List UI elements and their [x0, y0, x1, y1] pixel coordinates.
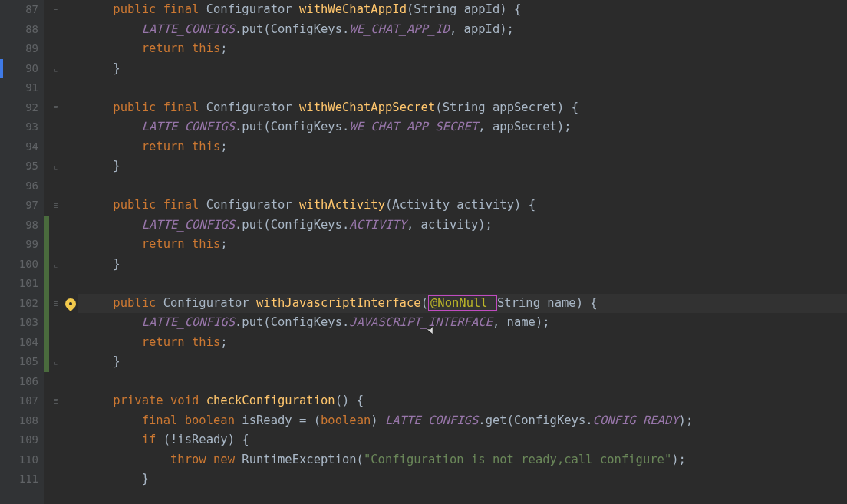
line-number: 99	[9, 235, 38, 255]
code-line[interactable]: if (!isReady) {	[78, 430, 847, 450]
intention-icon-column	[64, 0, 78, 504]
line-number: 110	[9, 450, 38, 470]
code-line[interactable]	[78, 372, 847, 392]
code-token: );	[671, 453, 686, 466]
fold-toggle-icon[interactable]: ⊟	[51, 0, 61, 20]
code-line[interactable]: public Configurator withJavascriptInterf…	[78, 294, 847, 314]
code-token: ) {	[514, 198, 536, 212]
code-token: name	[547, 296, 575, 310]
code-line[interactable]: }	[78, 255, 847, 275]
code-token: ) {	[557, 100, 578, 114]
line-number: 89	[9, 39, 38, 59]
code-token: RuntimeException(	[242, 453, 364, 466]
code-line[interactable]	[78, 176, 847, 196]
code-line[interactable]: return this;	[78, 333, 847, 353]
code-token: LATTE_CONFIGS	[142, 315, 235, 329]
line-number: 105	[9, 352, 38, 372]
line-number: 97	[9, 196, 38, 216]
code-token: String	[497, 296, 547, 310]
code-area[interactable]: public final Configurator withWeChatAppI…	[78, 0, 847, 504]
code-line[interactable]: return this;	[78, 137, 847, 157]
code-token: LATTE_CONFIGS	[142, 218, 235, 232]
code-token: appId	[464, 2, 500, 16]
code-token: appSecret	[493, 100, 557, 114]
fold-column: ⊟⌞⊟⌞⊟⌞⊟⌞⊟	[49, 0, 64, 504]
code-token: LATTE_CONFIGS	[142, 120, 235, 133]
code-token: String	[414, 2, 463, 16]
code-line[interactable]: return this;	[78, 39, 847, 59]
code-line[interactable]	[78, 78, 847, 98]
code-token: JAVASCRIPT_INTERFACE	[349, 315, 493, 329]
code-line[interactable]: }	[78, 156, 847, 176]
code-token: ) {	[499, 2, 521, 16]
code-token: ;	[220, 140, 227, 153]
line-number: 92	[9, 98, 38, 118]
code-token: .get(ConfigKeys.	[478, 413, 592, 427]
code-token: CONFIG_READY	[593, 413, 679, 427]
line-number: 88	[9, 20, 38, 40]
code-token: (	[421, 296, 428, 310]
line-number: 111	[9, 469, 38, 489]
code-token: if	[142, 433, 163, 446]
code-token: .put(ConfigKeys.	[235, 218, 349, 232]
code-line[interactable]: }	[78, 352, 847, 372]
code-line[interactable]: throw new RuntimeException("Configuratio…	[78, 450, 847, 470]
code-token: public	[113, 100, 163, 114]
code-token: , name);	[493, 315, 550, 329]
code-line[interactable]: }	[78, 469, 847, 489]
code-token: public	[113, 2, 163, 16]
code-line[interactable]: final boolean isReady = (boolean) LATTE_…	[78, 411, 847, 431]
code-token: boolean	[321, 413, 371, 427]
code-line[interactable]: private void checkConfiguration() {	[78, 391, 847, 411]
code-token: private	[113, 394, 170, 407]
code-token: Configurator	[206, 2, 299, 16]
line-number: 93	[9, 117, 38, 137]
code-line[interactable]: }	[78, 59, 847, 79]
line-number: 106	[9, 372, 38, 392]
line-number: 103	[9, 313, 38, 333]
code-editor[interactable]: 8788899091929394959697989910010110210310…	[0, 0, 847, 504]
fold-end-icon: ⌞	[51, 156, 61, 176]
code-line[interactable]: public final Configurator withWeChatAppI…	[78, 0, 847, 20]
code-token: withActivity	[299, 198, 385, 212]
code-line[interactable]: LATTE_CONFIGS.put(ConfigKeys.JAVASCRIPT_…	[78, 313, 847, 333]
code-line[interactable]: return this;	[78, 235, 847, 255]
code-line[interactable]: public final Configurator withActivity(A…	[78, 196, 847, 216]
code-token: Configurator	[206, 100, 299, 114]
fold-toggle-icon[interactable]: ⊟	[51, 391, 61, 411]
code-line[interactable]: LATTE_CONFIGS.put(ConfigKeys.ACTIVITY, a…	[78, 216, 847, 236]
code-token: , appSecret);	[478, 120, 571, 133]
code-token: ) {	[576, 296, 598, 310]
fold-toggle-icon[interactable]: ⊟	[51, 294, 61, 314]
code-line[interactable]: LATTE_CONFIGS.put(ConfigKeys.WE_CHAT_APP…	[78, 20, 847, 40]
code-token: }	[113, 159, 120, 173]
code-token: public	[113, 296, 163, 310]
code-token: void	[170, 394, 206, 407]
fold-toggle-icon[interactable]: ⊟	[51, 98, 61, 118]
code-token: );	[679, 413, 694, 427]
code-line[interactable]	[78, 274, 847, 294]
fold-end-icon: ⌞	[51, 59, 61, 79]
fold-toggle-icon[interactable]: ⊟	[51, 196, 61, 216]
code-token: ACTIVITY	[349, 218, 407, 232]
code-token: boolean	[185, 413, 242, 427]
code-token: final	[142, 413, 185, 427]
code-token: WE_CHAT_APP_ID	[349, 22, 450, 36]
code-token: }	[113, 61, 120, 75]
code-token: ;	[220, 237, 227, 251]
code-token: .put(ConfigKeys.	[235, 315, 349, 329]
code-token: "Configuration is not ready,call configu…	[364, 453, 671, 466]
intention-bulb-icon[interactable]	[63, 296, 78, 311]
code-token: withWeChatAppSecret	[299, 100, 435, 114]
code-token: .put(ConfigKeys.	[235, 22, 349, 36]
line-number: 104	[9, 333, 38, 353]
code-token: WE_CHAT_APP_SECRET	[349, 120, 478, 133]
code-token: () {	[335, 394, 364, 407]
code-token: (	[385, 198, 392, 212]
line-number: 98	[9, 216, 38, 236]
code-token: Activity	[392, 198, 456, 212]
code-token: LATTE_CONFIGS	[142, 22, 235, 36]
code-line[interactable]: LATTE_CONFIGS.put(ConfigKeys.WE_CHAT_APP…	[78, 117, 847, 137]
code-line[interactable]: public final Configurator withWeChatAppS…	[78, 98, 847, 118]
code-token: return this	[142, 140, 221, 153]
